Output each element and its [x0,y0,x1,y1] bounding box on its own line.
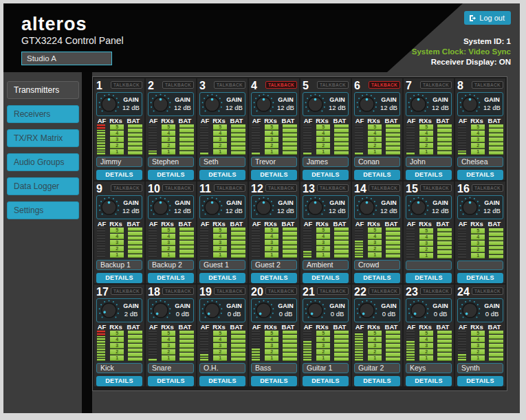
gain-knob[interactable] [304,93,327,115]
gain-knob[interactable] [252,299,275,322]
meter-segment [179,151,194,155]
channel-name-input[interactable]: Chelsea [457,157,503,167]
channel-number: 8 [457,80,463,91]
channel-name-input[interactable]: Stephen [148,157,194,167]
channel-name-input[interactable]: Guitar 1 [303,363,349,373]
gain-knob[interactable] [407,196,430,219]
details-button[interactable]: DETAILS [303,170,349,180]
gain-knob[interactable] [149,93,172,115]
details-button[interactable]: DETAILS [354,170,400,180]
gain-knob[interactable] [355,299,378,322]
channel-name-input[interactable]: Seth [199,157,245,167]
gain-knob[interactable] [201,93,223,115]
channel-name-input[interactable]: Keys [406,363,452,373]
details-button[interactable]: DETAILS [406,170,452,180]
channel-name-input[interactable]: Crowd [354,260,400,270]
details-button[interactable]: DETAILS [303,376,349,386]
channel-name-input[interactable]: Conan [354,157,400,167]
meter-segment [303,238,311,240]
gain-knob[interactable] [149,196,172,219]
channel-name-input[interactable]: Jimmy [96,157,142,167]
meter-segment [97,140,105,142]
gain-readout: GAIN 0 dB [172,302,193,318]
channel-name-input[interactable]: Guest 2 [251,260,297,270]
details-button[interactable]: DETAILS [199,376,245,386]
channel-strip-header: 3 TALKBACK [199,80,245,91]
meter-segment [303,153,311,155]
channel-name-input[interactable]: Kick [96,363,142,373]
meter-segment [406,137,415,140]
gain-knob[interactable] [355,196,378,219]
details-button[interactable]: DETAILS [251,273,297,283]
gain-knob[interactable] [459,299,481,322]
gain-knob[interactable] [459,196,481,219]
gain-knob[interactable] [252,196,275,219]
details-button[interactable]: DETAILS [406,273,452,283]
details-button[interactable]: DETAILS [354,273,400,283]
channel-name-input[interactable] [406,261,452,270]
meter-segment: 5 [110,124,124,130]
channel-name-input[interactable]: Synth [457,363,503,373]
sidebar-item-data-logger[interactable]: Data Logger [7,177,79,195]
channel-name-input[interactable]: Guest 1 [199,260,245,270]
details-button[interactable]: DETAILS [199,170,245,180]
details-button[interactable]: DETAILS [457,170,503,180]
sidebar-item-receivers[interactable]: Receivers [7,105,79,123]
channel-name-input[interactable]: James [303,157,349,167]
details-button[interactable]: DETAILS [457,376,503,386]
meter-segment [179,353,194,356]
gain-readout: GAIN 12 dB [275,96,296,112]
gain-knob[interactable] [98,93,120,115]
channel-name-input[interactable]: Bass [251,363,297,373]
channel-name-input[interactable]: O.H. [199,363,245,373]
meter-segment: 3 [213,137,228,142]
gain-knob[interactable] [304,299,327,322]
sidebar-item-settings[interactable]: Settings [7,201,79,219]
details-button[interactable]: DETAILS [354,376,400,386]
details-button[interactable]: DETAILS [457,273,503,283]
logout-button[interactable]: Log out [464,11,511,25]
channel-strip: 5 TALKBACK GAIN 12 dB AF RXs BAT 54321 J… [300,78,351,180]
meter-segment [458,151,466,153]
details-button[interactable]: DETAILS [406,376,452,386]
meter-segment: 4 [471,234,485,240]
meter-segment [179,146,194,150]
sidebar-item-transmitters[interactable]: Transmitters [7,81,79,99]
gain-knob[interactable] [98,196,120,219]
details-button[interactable]: DETAILS [96,170,142,180]
details-button[interactable]: DETAILS [148,170,194,180]
gain-knob[interactable] [149,299,172,322]
details-button[interactable]: DETAILS [303,273,349,283]
channel-name-input[interactable] [457,261,503,270]
channel-name-input[interactable]: Trevor [251,157,297,167]
sidebar-item-txrx-matrix[interactable]: TX/RX Matrix [7,129,79,147]
channel-name-input[interactable]: Ambient [303,260,349,270]
details-button[interactable]: DETAILS [96,376,142,386]
channel-name-input[interactable]: John [406,157,452,167]
details-button[interactable]: DETAILS [199,273,245,283]
studio-name-input[interactable]: Studio A [21,52,112,65]
channel-name-input[interactable]: Snare [148,363,194,373]
meter-segment: 1 [368,149,382,155]
talkback-indicator: TALKBACK [111,81,142,89]
gain-knob[interactable] [98,299,120,322]
gain-knob[interactable] [407,93,430,115]
gain-knob[interactable] [304,196,327,219]
details-button[interactable]: DETAILS [251,376,297,386]
meter-segment [458,331,466,333]
gain-knob[interactable] [201,299,223,322]
gain-knob[interactable] [201,196,223,219]
details-button[interactable]: DETAILS [148,273,194,283]
gain-knob[interactable] [407,299,430,322]
channel-name-input[interactable]: Backup 2 [148,260,194,270]
sidebar-item-audio-groups[interactable]: Audio Groups [7,153,79,171]
details-button[interactable]: DETAILS [251,170,297,180]
af-label: AF [96,117,107,124]
details-button[interactable]: DETAILS [148,376,194,386]
channel-name-input[interactable]: Guitar 2 [354,363,400,373]
channel-name-input[interactable]: Backup 1 [96,260,142,270]
details-button[interactable]: DETAILS [96,273,142,283]
gain-knob[interactable] [459,93,481,115]
gain-knob[interactable] [252,93,275,115]
gain-knob[interactable] [355,93,378,115]
